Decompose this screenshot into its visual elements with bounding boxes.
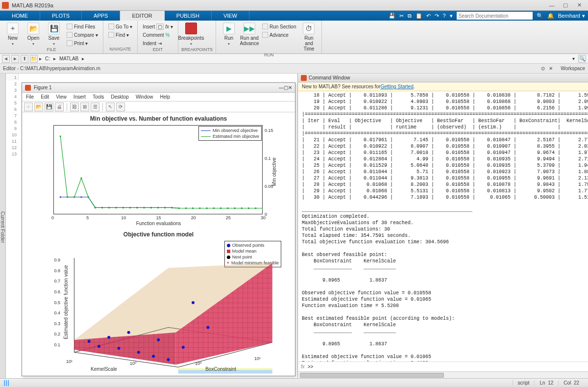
figure-menu-help[interactable]: Help xyxy=(160,94,171,100)
chart2-ylabel: KernelScale xyxy=(91,366,117,372)
minimize-button[interactable]: — xyxy=(545,1,559,10)
figure-pointer-icon[interactable]: ↖ xyxy=(106,103,115,111)
fx-icon[interactable]: fx xyxy=(301,364,305,369)
advance-button[interactable]: Advance xyxy=(260,31,298,39)
cut-icon[interactable]: ✂ xyxy=(399,13,404,19)
insert-button[interactable]: Insert ▢ fx ▾ xyxy=(141,23,175,30)
svg-point-76 xyxy=(157,338,160,341)
editor-tab-header: Editor - C:\MATLAB\hyperparamAnimation.m… xyxy=(0,64,588,74)
app-title: MATLAB R2019a xyxy=(12,2,545,8)
find-files-button[interactable]: Find Files xyxy=(65,23,100,30)
svg-point-74 xyxy=(192,301,195,304)
breadcrumb-folder[interactable]: MATLAB xyxy=(57,56,80,61)
svg-point-72 xyxy=(107,336,110,339)
figure-menu-insert[interactable]: Insert xyxy=(74,94,86,100)
line-gutter: 123 456 789 101112 13 xyxy=(6,74,19,80)
user-menu[interactable]: Bernhard▾ xyxy=(558,13,585,19)
maximize-button[interactable]: ▢ xyxy=(559,1,572,10)
up-button[interactable]: ⬆ xyxy=(21,55,28,63)
breadcrumb-drive[interactable]: C: xyxy=(43,56,52,61)
save-icon[interactable]: 💾 xyxy=(389,13,395,19)
status-busy-icon xyxy=(4,380,10,386)
svg-point-78 xyxy=(88,340,91,343)
tab-plots[interactable]: PLOTS xyxy=(40,11,82,21)
figure-new-icon[interactable]: ▫ xyxy=(24,103,33,111)
editor-close-icon[interactable]: ✕ xyxy=(547,66,555,71)
search-icon[interactable]: 🔍 xyxy=(537,13,543,19)
redo-icon[interactable]: ↷ xyxy=(435,13,439,19)
close-button[interactable]: ✕ xyxy=(572,1,586,10)
forward-button[interactable]: ► xyxy=(11,55,19,63)
command-prompt[interactable]: fx >> xyxy=(298,361,588,371)
notification-icon[interactable]: 🔔 xyxy=(547,13,554,19)
workspace-tab[interactable]: Workspace xyxy=(561,66,585,71)
run-time-button[interactable]: ⏱Run and Time xyxy=(299,22,318,52)
figure-legend-icon[interactable]: ☰ xyxy=(91,103,99,111)
editor-pane: 123 456 789 101112 13 Figure 1 — ▢ ✕ Fil… xyxy=(6,74,298,378)
help-icon[interactable]: ? xyxy=(443,13,446,19)
getting-started-link[interactable]: Getting Started xyxy=(380,84,413,89)
svg-point-71 xyxy=(167,358,170,361)
run-section-icon xyxy=(262,24,268,29)
figure-close-button[interactable]: ✕ xyxy=(288,85,292,90)
save-button[interactable]: 💾Save▾ xyxy=(44,22,64,47)
figure-menu-desktop[interactable]: Desktop xyxy=(111,94,129,100)
run-button[interactable]: ▶Run▾ xyxy=(219,22,239,52)
chart2-zlabel: Estimated objective function value xyxy=(63,265,69,339)
figure-menu-view[interactable]: View xyxy=(56,94,67,100)
figure-menu-window[interactable]: Window xyxy=(136,94,153,100)
figure-menu-file[interactable]: File xyxy=(26,94,34,100)
figure-maximize-button[interactable]: ▢ xyxy=(284,85,288,90)
tab-publish[interactable]: PUBLISH xyxy=(165,11,212,21)
status-col: Col 22 xyxy=(558,380,584,386)
copy-icon[interactable]: ⧉ xyxy=(408,13,412,19)
search-input[interactable] xyxy=(457,12,533,20)
tab-editor[interactable]: EDITOR xyxy=(120,11,164,21)
goto-icon xyxy=(108,24,114,29)
paste-icon[interactable]: 📋 xyxy=(416,13,422,19)
status-mode: script xyxy=(513,380,535,386)
figure-rotate-icon[interactable]: ⟳ xyxy=(116,103,125,111)
comment-button[interactable]: Comment % xyxy=(141,31,175,39)
figure-menu-edit[interactable]: Edit xyxy=(41,94,49,100)
fx-icon[interactable]: fx xyxy=(165,24,169,29)
figure-menu: File Edit View Insert Tools Desktop Wind… xyxy=(22,93,295,102)
find-button[interactable]: Find ▾ xyxy=(106,31,134,39)
save-icon: 💾 xyxy=(48,23,60,34)
chart-min-objective: Min objective vs. Number of function eva… xyxy=(27,115,290,228)
command-window-pane: Command Window — ▢ ✕ New to MATLAB? See … xyxy=(298,74,588,378)
figure-open-icon[interactable]: 📂 xyxy=(34,103,43,111)
matlab-logo-icon xyxy=(25,85,31,91)
figure-link-icon[interactable]: ⛓ xyxy=(70,103,79,111)
figure-grid-icon[interactable]: ⊞ xyxy=(80,103,89,111)
folder-icon[interactable]: 📁 xyxy=(30,55,38,63)
search-path-icon[interactable]: 🔍 xyxy=(578,55,586,63)
figure-print-icon[interactable]: 🖨 xyxy=(55,103,64,111)
tab-view[interactable]: VIEW xyxy=(212,11,249,21)
run-advance-button[interactable]: ▶▶Run and Advance xyxy=(240,22,259,52)
ribbon-group-run: RUN xyxy=(219,52,318,57)
tab-apps[interactable]: APPS xyxy=(82,11,120,21)
command-output[interactable]: 18 | Accept | 0.011893 | 5.7858 | 0.0105… xyxy=(298,91,588,361)
new-button[interactable]: ＋New▾ xyxy=(3,22,23,47)
breakpoints-button[interactable]: Breakpoints▾ xyxy=(181,22,201,47)
goto-button[interactable]: Go To ▾ xyxy=(106,23,134,30)
undo-icon[interactable]: ↶ xyxy=(426,13,431,19)
back-button[interactable]: ◄ xyxy=(2,55,10,63)
current-folder-tab[interactable]: Current Folder xyxy=(0,74,6,378)
print-button[interactable]: Print ▾ xyxy=(65,39,100,47)
chart2-title: Objective function model xyxy=(27,231,290,238)
figure-save-icon[interactable]: 💾 xyxy=(45,103,53,111)
editor-path: Editor - C:\MATLAB\hyperparamAnimation.m xyxy=(3,66,100,71)
figure-window: Figure 1 — ▢ ✕ File Edit View Insert Too… xyxy=(22,82,295,376)
more-icon[interactable]: ▾ xyxy=(450,13,453,19)
horizontal-scrollbar[interactable] xyxy=(298,371,588,378)
compare-button[interactable]: Compare ▾ xyxy=(65,31,100,39)
figure-menu-tools[interactable]: Tools xyxy=(93,94,104,100)
indent-button[interactable]: Indent ⇥ xyxy=(141,39,175,47)
open-button[interactable]: 📂Open▾ xyxy=(24,22,43,47)
editor-expand-icon[interactable]: ⊙ xyxy=(539,66,547,71)
run-section-button[interactable]: Run Section xyxy=(260,23,298,30)
tab-home[interactable]: HOME xyxy=(0,11,40,21)
figure-minimize-button[interactable]: — xyxy=(279,85,284,90)
